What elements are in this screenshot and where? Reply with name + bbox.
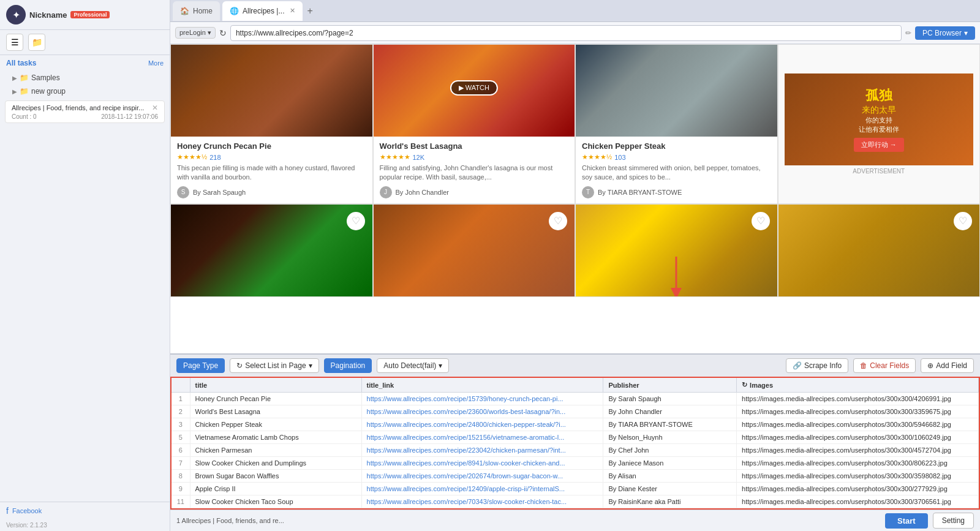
row-link[interactable]: https://www.allrecipes.com/recipe/8941/s… bbox=[361, 457, 603, 470]
row-num: 5 bbox=[172, 431, 190, 444]
home-tab-label: Home bbox=[193, 7, 213, 15]
task-title: Allrecipes | Food, friends, and recipe i… bbox=[12, 104, 144, 111]
row-num: 11 bbox=[172, 495, 190, 508]
table-row: 9 Apple Crisp II https://www.allrecipes.… bbox=[172, 483, 979, 495]
task-meta: Count : 0 2018-11-12 19:07:06 bbox=[12, 113, 158, 120]
prelogin-dropdown[interactable]: preLogin ▾ bbox=[175, 27, 216, 39]
heart-button-1[interactable]: ♡ bbox=[347, 212, 365, 230]
table-row: 11 Slow Cooker Chicken Taco Soup https:/… bbox=[172, 495, 979, 508]
row-publisher: By Chef John bbox=[603, 444, 737, 457]
arrow-icon-2: ▶ bbox=[12, 88, 17, 95]
home-tab-icon: 🏠 bbox=[180, 7, 189, 15]
add-folder-button[interactable]: 📁 bbox=[28, 34, 45, 51]
start-button[interactable]: Start bbox=[885, 513, 928, 529]
row-image: https://images.media-allrecipes.com/user… bbox=[737, 431, 979, 444]
table-body: 1 Honey Crunch Pecan Pie https://www.all… bbox=[172, 393, 979, 508]
row-link[interactable]: https://www.allrecipes.com/recipe/24800/… bbox=[361, 418, 603, 431]
row-image: https://images.media-allrecipes.com/user… bbox=[737, 444, 979, 457]
row-image: https://images.media-allrecipes.com/user… bbox=[737, 470, 979, 483]
watch-button[interactable]: ▶ WATCH bbox=[450, 80, 498, 96]
recipe-card-pecan[interactable]: Honey Crunch Pecan Pie ★★★★½ 218 This pe… bbox=[170, 44, 373, 204]
facebook-link[interactable]: f Facebook bbox=[0, 502, 170, 519]
facebook-icon: f bbox=[6, 506, 9, 516]
tab-allrecipes[interactable]: 🌐 Allrecipes |... ✕ bbox=[222, 1, 302, 21]
task-title-row: Allrecipes | Food, friends, and recipe i… bbox=[12, 104, 158, 112]
ad-line3: 你的支持 bbox=[865, 116, 892, 125]
row-link[interactable]: https://www.allrecipes.com/recipe/152156… bbox=[361, 431, 603, 444]
recipe-stars-lasagna: ★★★★★ 12K bbox=[380, 153, 569, 161]
row-image: https://images.media-allrecipes.com/user… bbox=[737, 405, 979, 418]
more-link[interactable]: More bbox=[148, 59, 164, 67]
task-close-button[interactable]: ✕ bbox=[152, 104, 158, 112]
sidebar-item-samples[interactable]: ▶ 📁 Samples bbox=[0, 71, 170, 85]
recipe-card-chicken[interactable]: Chicken Pepper Steak ★★★★½ 103 Chicken b… bbox=[575, 44, 778, 204]
recipe-stars-chicken: ★★★★½ 103 bbox=[582, 153, 771, 161]
row-link[interactable]: https://www.allrecipes.com/recipe/15739/… bbox=[361, 393, 603, 405]
row-publisher: By Diane Kester bbox=[603, 483, 737, 495]
addr-controls: preLogin ▾ bbox=[175, 27, 216, 39]
url-input[interactable] bbox=[230, 25, 902, 41]
row-num: 8 bbox=[172, 470, 190, 483]
row-title: Honey Crunch Pecan Pie bbox=[190, 393, 361, 405]
recipe-author-pecan: S By Sarah Spaugh bbox=[177, 186, 366, 198]
scrape-info-button[interactable]: 🔗 Scrape Info bbox=[786, 358, 848, 373]
recipe-card-parmesan[interactable]: ♡ bbox=[373, 204, 576, 297]
row-link[interactable]: https://www.allrecipes.com/recipe/202674… bbox=[361, 470, 603, 483]
select-list-button[interactable]: ↻ Select List in Page ▾ bbox=[230, 358, 318, 373]
row-link[interactable]: https://www.allrecipes.com/recipe/23600/… bbox=[361, 405, 603, 418]
data-table: title title_link Publisher ↻ Images 1 Ho… bbox=[172, 378, 979, 508]
recipe-desc-pecan: This pecan pie filling is made with a ho… bbox=[177, 164, 366, 183]
refresh-icon: ↻ bbox=[236, 361, 243, 370]
row-link[interactable]: https://www.allrecipes.com/recipe/70343/… bbox=[361, 495, 603, 508]
pagination-button[interactable]: Pagination bbox=[324, 358, 372, 373]
row-publisher: By John Chandler bbox=[603, 405, 737, 418]
heart-button-4[interactable]: ♡ bbox=[954, 212, 972, 230]
page-type-button[interactable]: Page Type bbox=[176, 358, 225, 373]
recipe-desc-chicken: Chicken breast simmered with onion, bell… bbox=[582, 164, 771, 183]
taskbar-item[interactable]: 1 Allrecipes | Food, friends, and re... bbox=[176, 517, 284, 524]
plus-icon: ⊕ bbox=[927, 361, 933, 370]
task-count: Count : 0 bbox=[12, 113, 37, 120]
add-field-label: Add Field bbox=[936, 361, 967, 370]
heart-button-2[interactable]: ♡ bbox=[549, 212, 567, 230]
recipe-image-steak2 bbox=[171, 205, 372, 296]
all-tasks-label: All tasks bbox=[6, 59, 36, 67]
row-image: https://images.media-allrecipes.com/user… bbox=[737, 457, 979, 470]
recipe-card-fried[interactable]: ♡ bbox=[575, 204, 778, 297]
recipe-card-steak2[interactable]: ♡ bbox=[170, 204, 373, 297]
heart-button-3[interactable]: ♡ bbox=[752, 212, 770, 230]
auto-detect-button[interactable]: Auto Detect(fail) ▾ bbox=[377, 358, 449, 373]
recipe-card-lasagna[interactable]: ▶ WATCH World's Best Lasagna ★★★★★ 12K F… bbox=[373, 44, 576, 204]
version-label: Version: 2.1.23 bbox=[0, 519, 170, 531]
refresh-button[interactable]: ↻ bbox=[219, 28, 227, 38]
recipe-image-chicken bbox=[576, 45, 777, 137]
recipe-card-waffles[interactable]: ♡ bbox=[778, 204, 981, 297]
recipe-grid-row2: ♡ ♡ ♡ bbox=[170, 204, 980, 297]
table-row: 3 Chicken Pepper Steak https://www.allre… bbox=[172, 418, 979, 431]
pc-browser-button[interactable]: PC Browser ▾ bbox=[915, 26, 975, 40]
clear-fields-button[interactable]: 🗑 Clear Fields bbox=[853, 358, 916, 373]
row-link[interactable]: https://www.allrecipes.com/recipe/223042… bbox=[361, 444, 603, 457]
edit-url-icon[interactable]: ✏ bbox=[905, 29, 911, 37]
tab-home[interactable]: 🏠 Home bbox=[173, 1, 220, 21]
new-task-button[interactable]: ☰ bbox=[6, 34, 23, 51]
folder-icon-2: 📁 bbox=[20, 87, 29, 96]
author-name-2: By John Chandler bbox=[396, 189, 449, 196]
active-task-item[interactable]: Allrecipes | Food, friends, and recipe i… bbox=[5, 100, 165, 123]
row-publisher: By Nelson_Huynh bbox=[603, 431, 737, 444]
ad-line1: 孤独 bbox=[865, 86, 892, 105]
clear-fields-label: Clear Fields bbox=[870, 361, 909, 370]
table-header: title title_link Publisher ↻ Images bbox=[172, 378, 979, 393]
row-link[interactable]: https://www.allrecipes.com/recipe/12409/… bbox=[361, 483, 603, 495]
new-tab-button[interactable]: + bbox=[304, 6, 317, 17]
pro-badge: Professional bbox=[70, 11, 110, 18]
setting-button[interactable]: Setting bbox=[933, 513, 974, 529]
ad-cta-button[interactable]: 立即行动 → bbox=[854, 138, 904, 152]
row-num: 9 bbox=[172, 483, 190, 495]
tab-close-button[interactable]: ✕ bbox=[290, 7, 295, 15]
samples-label: Samples bbox=[31, 73, 60, 82]
sidebar-item-newgroup[interactable]: ▶ 📁 new group bbox=[0, 85, 170, 98]
row-image: https://images.media-allrecipes.com/user… bbox=[737, 418, 979, 431]
recipe-title-lasagna: World's Best Lasagna bbox=[380, 141, 569, 151]
add-field-button[interactable]: ⊕ Add Field bbox=[921, 358, 974, 373]
